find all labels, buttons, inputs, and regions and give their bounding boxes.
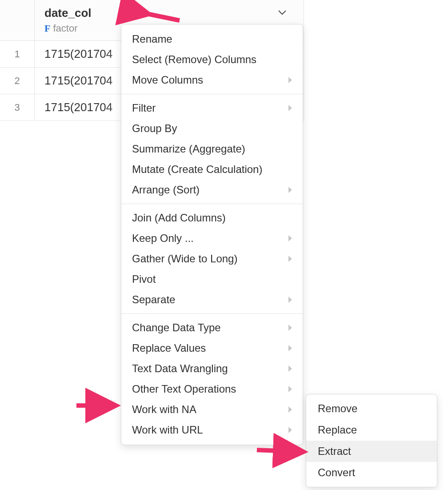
menu-item-move-columns[interactable]: Move Columns: [121, 70, 303, 90]
submenu-arrow-icon: [288, 325, 292, 331]
submenu-arrow-icon: [288, 187, 292, 193]
annotation-arrow-top: [143, 6, 183, 27]
factor-type-icon: F: [44, 23, 50, 34]
text-wrangling-submenu[interactable]: RemoveReplaceExtractConvert: [306, 394, 437, 487]
submenu-arrow-icon: [288, 386, 292, 392]
column-context-menu[interactable]: RenameSelect (Remove) ColumnsMove Column…: [121, 24, 303, 445]
svg-line-0: [149, 14, 180, 20]
menu-item-other-text-operations[interactable]: Other Text Operations: [121, 379, 303, 399]
submenu-item-label: Replace: [318, 424, 357, 436]
menu-item-filter[interactable]: Filter: [121, 98, 303, 118]
submenu-item-extract[interactable]: Extract: [306, 441, 437, 462]
menu-item-select-remove-columns[interactable]: Select (Remove) Columns: [121, 49, 303, 70]
submenu-arrow-icon: [288, 406, 292, 413]
menu-item-label: Work with NA: [132, 403, 196, 416]
annotation-arrow-left: [74, 397, 124, 416]
menu-item-label: Rename: [132, 33, 172, 45]
menu-item-label: Separate: [132, 293, 175, 306]
menu-item-group-by[interactable]: Group By: [121, 118, 303, 139]
submenu-item-label: Extract: [318, 445, 351, 458]
menu-item-label: Text Data Wrangling: [132, 362, 228, 375]
menu-item-label: Filter: [132, 102, 156, 114]
submenu-arrow-icon: [288, 256, 292, 262]
menu-item-arrange-sort[interactable]: Arrange (Sort): [121, 180, 303, 200]
menu-item-label: Join (Add Columns): [132, 212, 226, 224]
menu-separator: [121, 313, 303, 314]
rownum-cell: 2: [0, 68, 35, 94]
submenu-arrow-icon: [288, 297, 292, 303]
menu-item-label: Pivot: [132, 273, 156, 285]
menu-item-label: Gather (Wide to Long): [132, 253, 237, 265]
rownum-header: [0, 0, 35, 40]
svg-line-2: [257, 450, 304, 452]
menu-item-separate[interactable]: Separate: [121, 289, 303, 310]
annotation-arrow-right: [254, 442, 312, 462]
menu-item-label: Work with URL: [132, 424, 203, 436]
menu-item-change-data-type[interactable]: Change Data Type: [121, 317, 303, 338]
menu-item-label: Group By: [132, 122, 177, 135]
submenu-arrow-icon: [288, 345, 292, 351]
rownum-cell: 1: [0, 41, 35, 67]
menu-item-label: Mutate (Create Calculation): [132, 163, 262, 176]
submenu-item-replace[interactable]: Replace: [306, 419, 437, 441]
submenu-item-remove[interactable]: Remove: [306, 398, 437, 419]
menu-item-label: Move Columns: [132, 74, 203, 86]
menu-item-gather-wide-to-long[interactable]: Gather (Wide to Long): [121, 249, 303, 269]
submenu-item-label: Remove: [318, 402, 357, 415]
submenu-item-label: Convert: [318, 466, 355, 479]
menu-item-text-data-wrangling[interactable]: Text Data Wrangling: [121, 358, 303, 379]
submenu-arrow-icon: [288, 105, 292, 111]
column-menu-chevron-icon[interactable]: [278, 8, 287, 17]
menu-item-summarize-aggregate[interactable]: Summarize (Aggregate): [121, 139, 303, 159]
menu-item-label: Summarize (Aggregate): [132, 143, 245, 155]
menu-item-keep-only[interactable]: Keep Only ...: [121, 228, 303, 249]
menu-item-work-with-url[interactable]: Work with URL: [121, 420, 303, 440]
menu-separator: [121, 204, 303, 204]
menu-separator: [121, 94, 303, 94]
menu-item-work-with-na[interactable]: Work with NA: [121, 399, 303, 420]
menu-item-label: Other Text Operations: [132, 383, 236, 395]
menu-item-label: Select (Remove) Columns: [132, 53, 256, 66]
submenu-item-convert[interactable]: Convert: [306, 462, 437, 483]
menu-item-label: Replace Values: [132, 342, 206, 354]
menu-item-join-add-columns[interactable]: Join (Add Columns): [121, 208, 303, 228]
menu-item-label: Keep Only ...: [132, 232, 194, 245]
menu-item-label: Arrange (Sort): [132, 184, 200, 196]
menu-item-replace-values[interactable]: Replace Values: [121, 338, 303, 358]
submenu-arrow-icon: [288, 365, 292, 372]
menu-item-label: Change Data Type: [132, 321, 221, 334]
menu-item-pivot[interactable]: Pivot: [121, 269, 303, 289]
submenu-arrow-icon: [288, 235, 292, 241]
rownum-cell: 3: [0, 94, 35, 120]
submenu-arrow-icon: [288, 427, 292, 433]
menu-item-mutate-create-calculation[interactable]: Mutate (Create Calculation): [121, 159, 303, 180]
column-type-label: factor: [53, 23, 77, 34]
submenu-arrow-icon: [288, 77, 292, 83]
menu-item-rename[interactable]: Rename: [121, 29, 303, 49]
